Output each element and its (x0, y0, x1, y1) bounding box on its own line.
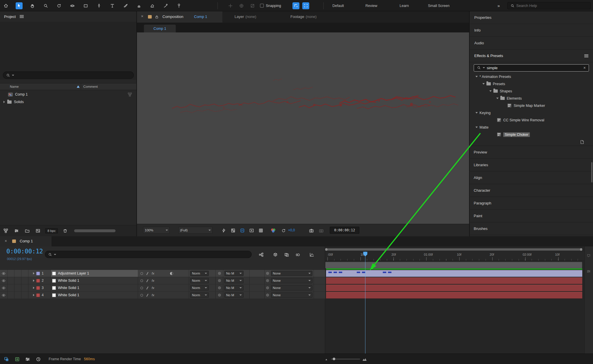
tree-row-presets[interactable]: Presets (469, 80, 592, 87)
layer-visibility-toggle[interactable] (0, 277, 8, 284)
tree-label[interactable]: Shapes (500, 89, 512, 93)
close-tab-button[interactable]: × (5, 239, 7, 243)
toggle-render-time-icon[interactable] (35, 356, 42, 363)
layer-lock-toggle[interactable] (21, 270, 28, 277)
navigator-start-handle[interactable] (325, 248, 327, 251)
search-options-caret-icon[interactable] (12, 75, 14, 76)
layer-audio-toggle[interactable] (8, 270, 14, 277)
layer-row-2[interactable]: 2 White Solid 1 fx Norm No M None (0, 277, 325, 284)
layer-switches[interactable]: fx (138, 270, 189, 277)
interpret-footage-icon[interactable] (13, 227, 20, 234)
new-folder-icon[interactable] (24, 227, 31, 234)
draft-3d-icon[interactable] (272, 251, 279, 258)
panel-header-paragraph[interactable]: Paragraph (469, 197, 593, 210)
collapse-chevron-icon[interactable] (475, 112, 478, 114)
rectangle-tool-icon[interactable] (82, 2, 89, 9)
effects-panel-menu-icon[interactable] (584, 54, 588, 57)
project-flowchart-icon[interactable] (2, 227, 9, 234)
snapshot-camera-icon[interactable] (308, 227, 315, 234)
layer-solo-toggle[interactable] (14, 277, 21, 284)
lock-icon[interactable] (154, 14, 160, 20)
tree-label[interactable]: Keying (479, 111, 490, 115)
project-item-comp[interactable]: Comp 1 (0, 91, 136, 98)
layer-track-bar-4[interactable] (326, 292, 582, 299)
tree-row-matte[interactable]: Matte (469, 124, 592, 131)
parent-pickwhip-icon[interactable] (266, 279, 269, 282)
track-matte-dropdown[interactable]: No M (224, 292, 244, 298)
workspace-default[interactable]: Default (332, 0, 344, 11)
zoom-out-mountain-icon[interactable] (325, 358, 329, 361)
layer-visibility-toggle[interactable] (0, 270, 8, 277)
toggle-layer-switches-icon[interactable] (3, 356, 10, 363)
layer-lock-toggle[interactable] (21, 292, 28, 299)
tree-row-simple-choker-selected[interactable]: Simple Choker (469, 131, 592, 138)
tree-label[interactable]: Presets (493, 82, 505, 86)
help-search-input[interactable] (516, 3, 587, 8)
clone-stamp-tool-icon[interactable] (136, 2, 142, 9)
right-scrollbar-thumb[interactable] (591, 162, 592, 182)
layer-name[interactable]: White Solid 1 (58, 279, 79, 283)
comp-viewer-tab[interactable]: Comp 1 (144, 25, 176, 32)
layer-expand-chevron[interactable] (33, 279, 34, 282)
layer-track-bar-1[interactable] (326, 270, 582, 277)
current-timecode[interactable]: 0:00:00:12 (6, 248, 43, 255)
layer-track-bar-3[interactable] (326, 285, 582, 291)
effects-search-box[interactable]: × (474, 64, 589, 72)
collapse-chevron-icon[interactable] (496, 98, 499, 99)
timeline-options-icon[interactable] (586, 268, 592, 274)
zoom-slider-track[interactable] (331, 359, 360, 359)
parent-dropdown[interactable]: None (271, 285, 312, 290)
layer-switches[interactable]: fx (138, 284, 189, 291)
tree-label[interactable]: Simple Map Marker (514, 104, 545, 108)
layer-track-bar-2[interactable] (326, 277, 582, 284)
parent-pickwhip-icon[interactable] (266, 286, 269, 290)
search-options-caret-icon[interactable] (483, 67, 485, 68)
panel-header-audio[interactable]: Audio (470, 37, 593, 50)
toggle-transfer-controls-icon[interactable] (14, 356, 21, 363)
tree-label[interactable]: Elements (507, 96, 522, 100)
composition-tab-comp-name[interactable]: Comp 1 (194, 14, 207, 19)
track-matte-dropdown[interactable]: No M (224, 285, 244, 290)
tree-label[interactable]: Matte (479, 125, 488, 129)
type-tool-icon[interactable] (109, 2, 116, 9)
parent-pickwhip-icon[interactable] (266, 293, 269, 297)
layer-visibility-toggle[interactable] (0, 284, 8, 291)
parent-dropdown[interactable]: None (271, 278, 312, 283)
tree-row-cc-simple-wire-removal[interactable]: CC Simple Wire Removal (469, 116, 592, 124)
layer-label-color[interactable] (36, 272, 40, 275)
panel-header-brushes[interactable]: Brushes (469, 222, 593, 235)
layer-solo-toggle[interactable] (14, 270, 21, 277)
work-area-bar[interactable] (325, 262, 582, 268)
zoom-slider-knob[interactable] (333, 358, 335, 360)
trash-icon[interactable] (62, 227, 69, 234)
layer-switches[interactable]: fx (138, 292, 189, 299)
expand-chevron-icon[interactable] (3, 101, 5, 103)
track-matte-dropdown[interactable]: No M (224, 271, 244, 276)
column-comment-label[interactable]: Comment (83, 85, 98, 88)
tree-row-animation-presets[interactable]: * Animation Presets (469, 73, 592, 80)
layer-label-color[interactable] (36, 286, 40, 290)
blend-mode-dropdown[interactable]: Norm (190, 285, 209, 290)
navigator-end-handle[interactable] (580, 248, 582, 251)
tree-label[interactable]: CC Simple Wire Removal (503, 118, 544, 122)
snap-to-features-icon[interactable] (302, 2, 309, 9)
timeline-search-box[interactable] (45, 251, 252, 258)
collapse-chevron-icon[interactable] (489, 90, 492, 92)
workspace-learn[interactable]: Learn (400, 0, 409, 11)
project-horizontal-scrollbar[interactable] (74, 229, 116, 232)
layer-name[interactable]: White Solid 1 (58, 293, 79, 297)
track-matte-pickwhip-icon[interactable] (218, 279, 221, 282)
view-axis-mode-icon[interactable] (249, 2, 256, 9)
collapse-chevron-icon[interactable] (482, 83, 485, 85)
tree-row-keying[interactable]: Keying (469, 109, 592, 116)
track-matte-pickwhip-icon[interactable] (218, 286, 221, 290)
tree-label[interactable]: * Animation Presets (479, 75, 511, 79)
mask-visibility-icon[interactable] (239, 227, 246, 234)
layer-label-color[interactable] (36, 293, 40, 297)
new-composition-icon[interactable] (34, 227, 41, 234)
pen-tool-icon[interactable] (96, 2, 103, 9)
comp-marker-bin-icon[interactable] (586, 253, 592, 259)
motion-blur-icon[interactable] (294, 251, 301, 258)
blend-mode-dropdown[interactable]: Norm (190, 271, 209, 276)
grid-options-icon[interactable] (257, 227, 264, 234)
